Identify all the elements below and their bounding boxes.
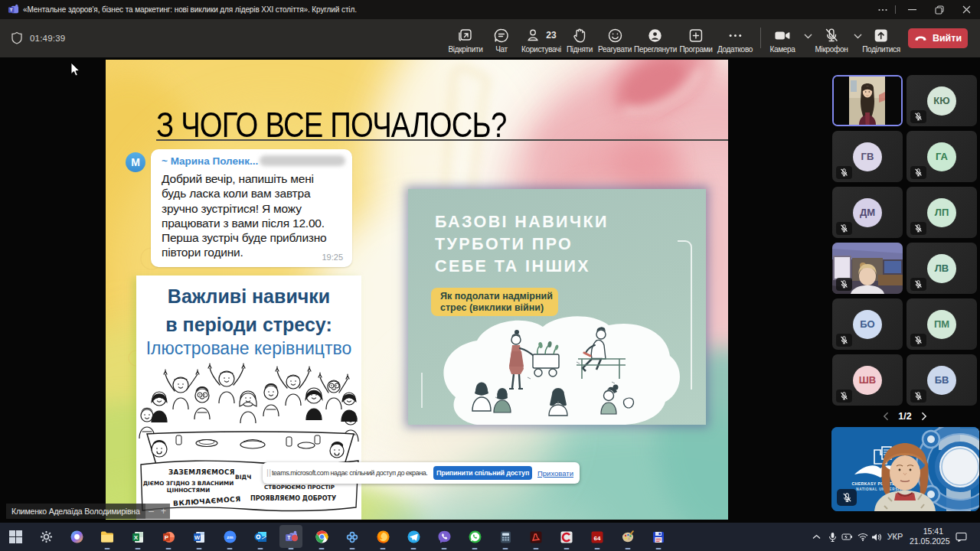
minimize-button[interactable]	[900, 0, 923, 19]
shield-icon	[11, 31, 23, 44]
teams-meeting-window: T «Ментальне здоров'я, бізнес та маркети…	[0, 0, 980, 551]
timer-text: 01:49:39	[30, 34, 65, 43]
leave-label: Вийти	[933, 33, 962, 44]
zoom-in-button[interactable]: +	[158, 506, 170, 517]
toolbar-mic-button[interactable]: Мікрофон	[815, 27, 848, 54]
toolbar-unpin-button[interactable]: Відкріпити	[448, 27, 482, 54]
react-icon	[598, 27, 632, 44]
chat-message-time: 19:25	[322, 253, 343, 262]
svg-text:T: T	[10, 7, 13, 12]
presenter-mic-muted-badge	[837, 489, 857, 506]
toolbar-button-label: Чат	[494, 45, 510, 54]
zoom-out-button[interactable]: –	[145, 506, 158, 517]
participant-tile-ЛП[interactable]: ЛП	[906, 187, 977, 238]
participant-tile-ПМ[interactable]: ПМ	[906, 298, 977, 350]
participant-tile-ЛВ[interactable]: ЛВ	[906, 243, 977, 294]
tray-notifications-icon[interactable]	[949, 523, 972, 551]
teams-logo-icon: T	[8, 4, 19, 15]
tray-chevron-icon[interactable]	[808, 523, 824, 551]
windows-taskbar: XPWzmT64 УКР 15:41 21.05.2025	[0, 523, 980, 551]
mic-off-icon	[840, 224, 848, 233]
camera-icon	[769, 27, 795, 44]
meeting-stage: З ЧОГО ВСЕ ПОЧАЛОСЬ? M ~ Марина Поленк..…	[0, 57, 980, 523]
mic-chevron-icon[interactable]	[854, 34, 862, 39]
mic-muted-badge	[910, 166, 926, 179]
maximize-button[interactable]	[928, 0, 951, 19]
banner-word: ЗАЗЕМЛЯЄМОСЯ	[168, 468, 235, 476]
participant-tile-ГА[interactable]: ГА	[906, 131, 977, 182]
mic-off-icon	[914, 392, 923, 400]
participant-initials-avatar: ЛВ	[927, 254, 956, 283]
toolbar-button-label: Програми	[679, 45, 712, 54]
toolbar-button-label: Додатково	[717, 45, 753, 54]
stop-sharing-button[interactable]: Припинити спільний доступ	[433, 466, 532, 480]
participant-initials-avatar: ДМ	[853, 198, 882, 227]
toolbar-chat-button[interactable]: Чат	[494, 27, 510, 54]
camera-chevron-icon[interactable]	[804, 34, 812, 39]
participant-tile-БО[interactable]: БО	[832, 298, 903, 350]
tray-date: 21.05.2025	[910, 536, 943, 546]
banner-word: ВІДЧ	[235, 474, 251, 481]
mic-muted-badge	[910, 222, 926, 235]
toolbar-button-label: Поділитися	[862, 45, 900, 54]
presenter-video-tile[interactable]: CHERKASY POLYTECHNIC NATIONAL UNIVERSITY	[831, 427, 979, 511]
system-tray: УКР 15:41 21.05.2025	[0, 523, 980, 551]
chat-phone-blurred	[260, 155, 345, 166]
teal-book-cover: БАЗОВІ НАВИЧКИ ТУРБОТИ ПРО СЕБЕ ТА ІНШИХ…	[408, 189, 706, 425]
teal-card-title: БАЗОВІ НАВИЧКИ ТУРБОТИ ПРО СЕБЕ ТА ІНШИХ	[435, 211, 609, 278]
mic-off-icon	[842, 493, 852, 503]
participant-video-tile[interactable]	[832, 75, 903, 126]
banner-grip-icon[interactable]: ||	[266, 468, 272, 477]
participant-tile-КЮ[interactable]: КЮ	[906, 75, 977, 126]
toolbar-view-button[interactable]: Переглянути	[634, 27, 677, 54]
participant-initials-avatar: КЮ	[927, 86, 956, 116]
participant-tile-БВ[interactable]: БВ	[906, 354, 977, 406]
tray-mic-icon[interactable]	[825, 523, 839, 551]
banner-word: СТВОРЮЄМО ПРОСТІР	[264, 484, 335, 491]
mic-muted-badge	[910, 278, 926, 291]
shared-presentation-slide: З ЧОГО ВСЕ ПОЧАЛОСЬ? M ~ Марина Поленк..…	[106, 60, 728, 520]
participant-initials-avatar: ПМ	[927, 310, 956, 339]
presenter-name-label: Клименко Аделаїда Володимирівна – +	[6, 504, 170, 519]
close-button[interactable]	[955, 0, 978, 19]
window-titlebar: T «Ментальне здоров'я, бізнес та маркети…	[0, 0, 980, 19]
toolbar-react-button[interactable]: Реагувати	[598, 27, 632, 54]
chat-avatar: M	[126, 152, 145, 172]
toolbar-camera-button[interactable]: Камера	[769, 27, 795, 54]
pager-next-icon[interactable]	[921, 412, 927, 421]
tray-language[interactable]: УКР	[882, 532, 908, 541]
leave-button[interactable]: Вийти	[908, 28, 968, 48]
toolbar-raise-button[interactable]: Підняти	[567, 27, 593, 54]
tray-clock[interactable]: 15:41 21.05.2025	[910, 527, 943, 546]
pager-label: 1/2	[898, 411, 911, 422]
toolbar-button-label: Переглянути	[634, 45, 677, 54]
toolbar-more-button[interactable]: Додатково	[717, 27, 753, 54]
mouse-cursor	[70, 62, 81, 77]
banner-word: ПРОЯВЛЯЄМО ДОБРОТУ	[250, 495, 336, 503]
toolbar-apps-button[interactable]: Програми	[679, 27, 712, 54]
chat-icon	[494, 27, 510, 44]
participant-initials-avatar: БВ	[927, 366, 956, 395]
participant-initials-avatar: ГА	[927, 142, 956, 171]
book-title-line1: Важливі навички	[136, 285, 361, 308]
presenter-name: Клименко Аделаїда Володимирівна	[6, 504, 145, 519]
participant-video-tile[interactable]	[832, 243, 903, 294]
hide-banner-link[interactable]: Приховати	[537, 469, 573, 478]
participant-tile-ГВ[interactable]: ГВ	[832, 131, 903, 182]
mic-muted-badge	[910, 110, 926, 123]
apps-icon	[679, 27, 712, 44]
mic-muted-badge	[836, 222, 852, 235]
toolbar-people-button[interactable]: 23Користувачі	[521, 27, 561, 54]
toolbar-button-label: Камера	[769, 45, 795, 54]
chat-message-text: Добрий вечір, напишіть мені будь ласка к…	[162, 171, 327, 260]
toolbar-button-label: Користувачі	[521, 45, 561, 54]
titlebar-more-button[interactable]	[874, 0, 892, 19]
participant-tile-ШВ[interactable]: ШВ	[832, 354, 903, 406]
pager-prev-icon[interactable]	[883, 412, 889, 421]
hangup-icon	[914, 35, 927, 41]
mic-icon	[815, 27, 848, 44]
participant-tile-ДМ[interactable]: ДМ	[832, 187, 903, 238]
toolbar-share-button[interactable]: Поділитися	[862, 27, 900, 54]
tray-wifi-icon[interactable]	[855, 523, 870, 551]
tray-battery-icon[interactable]	[839, 523, 854, 551]
